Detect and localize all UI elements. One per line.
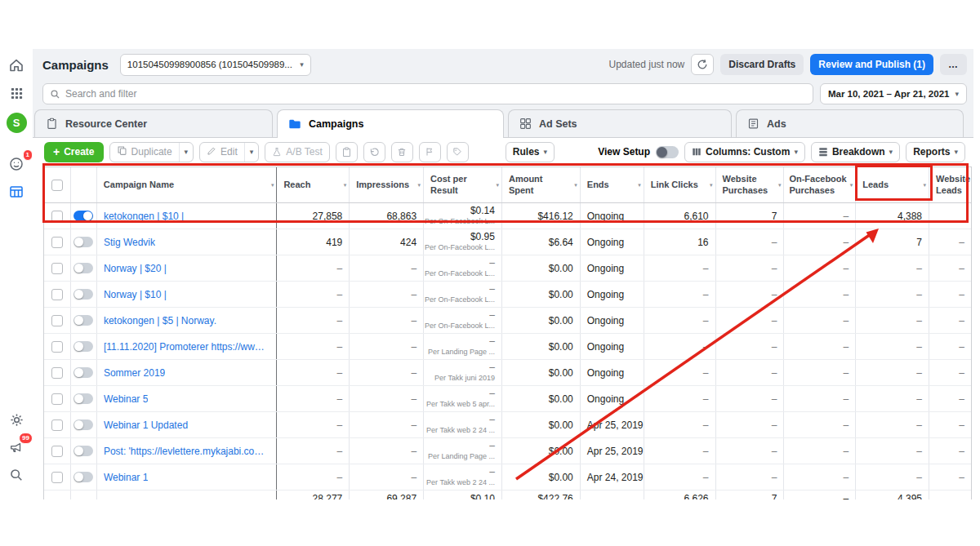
campaign-name-link[interactable]: Stig Wedvik bbox=[104, 237, 155, 248]
column-header-link-clicks[interactable]: Link Clicks▾ bbox=[644, 167, 716, 202]
campaign-toggle[interactable] bbox=[74, 419, 93, 430]
campaign-toggle[interactable] bbox=[74, 211, 93, 221]
columns-button[interactable]: Columns: Custom ▾ bbox=[684, 142, 805, 162]
search-input[interactable] bbox=[65, 88, 806, 100]
campaign-name-link[interactable]: Webinar 5 bbox=[104, 393, 148, 405]
table-row[interactable]: Sommer 2019 – – – Per Takk juni 2019 $0.… bbox=[44, 360, 971, 386]
table-row[interactable]: ketokongen | $10 | 27,858 68,863 $0.14 P… bbox=[44, 203, 971, 229]
account-avatar[interactable]: S bbox=[7, 113, 27, 133]
row-checkbox[interactable] bbox=[51, 263, 63, 274]
account-selector[interactable]: 10150450998900856 (101504509989... ▾ bbox=[120, 54, 311, 76]
campaign-toggle[interactable] bbox=[74, 263, 93, 273]
search-zoom-icon[interactable] bbox=[5, 464, 28, 486]
table-row[interactable]: Stig Wedvik 419 424 $0.95 Per On-Faceboo… bbox=[44, 229, 971, 255]
row-checkbox[interactable] bbox=[51, 211, 63, 222]
reports-button[interactable]: Reports ▾ bbox=[906, 142, 965, 162]
tag-button[interactable] bbox=[447, 142, 469, 162]
refresh-button[interactable] bbox=[691, 54, 714, 75]
campaign-name-link[interactable]: Webinar 1 bbox=[104, 472, 148, 483]
column-header-ends[interactable]: Ends▾ bbox=[581, 167, 644, 202]
tab-ads[interactable]: Ads bbox=[736, 109, 964, 137]
duplicate-button[interactable]: Duplicate ▾ bbox=[109, 142, 194, 162]
undo-button[interactable] bbox=[363, 142, 385, 162]
campaign-name-link[interactable]: ketokongen | $10 | bbox=[104, 211, 184, 222]
campaign-name-link[interactable]: Norway | $10 | bbox=[104, 289, 167, 300]
link-clicks-cell: – bbox=[644, 386, 716, 411]
table-row[interactable]: ketokongen | $5 | Norway. – – – Per On-F… bbox=[44, 308, 971, 334]
paste-clipboard-button[interactable] bbox=[336, 142, 358, 162]
campaign-name-link[interactable]: Sommer 2019 bbox=[104, 367, 165, 379]
breakdown-button[interactable]: Breakdown ▾ bbox=[811, 142, 900, 162]
create-button[interactable]: + Create bbox=[44, 142, 104, 162]
column-header-reach[interactable]: Reach▾ bbox=[277, 167, 350, 202]
tab-resource-center[interactable]: Resource Center bbox=[34, 109, 273, 137]
table-row[interactable]: Post: 'https://levlettere.mykajabi.com/r… bbox=[44, 438, 971, 464]
row-checkbox[interactable] bbox=[51, 472, 63, 483]
amount-spent-cell: $0.00 bbox=[502, 334, 581, 359]
more-options-button[interactable]: … bbox=[940, 54, 967, 75]
row-checkbox[interactable] bbox=[51, 315, 63, 326]
website-leads-cell bbox=[929, 203, 971, 229]
table-row[interactable]: Webinar 1 – – – Per Takk web 2 24 ... $0… bbox=[44, 464, 971, 491]
campaign-toggle[interactable] bbox=[74, 237, 93, 247]
website-leads-cell: – bbox=[929, 229, 971, 255]
delete-button[interactable] bbox=[391, 142, 413, 162]
select-all-checkbox[interactable] bbox=[51, 180, 63, 191]
review-and-publish-button[interactable]: Review and Publish (1) bbox=[810, 54, 933, 75]
campaign-toggle[interactable] bbox=[74, 289, 93, 300]
row-checkbox[interactable] bbox=[51, 289, 63, 300]
ab-test-button[interactable]: A/B Test bbox=[265, 142, 329, 162]
column-header-on-facebook-purchases[interactable]: On-Facebook Purchases▾ bbox=[784, 167, 856, 202]
reach-cell: – bbox=[277, 308, 350, 333]
column-header-amount-spent[interactable]: Amount Spent▾ bbox=[502, 167, 581, 202]
website-purchases-cell: – bbox=[716, 334, 785, 359]
plus-icon: + bbox=[53, 146, 60, 158]
edit-button[interactable]: Edit ▾ bbox=[199, 142, 259, 162]
campaign-toggle[interactable] bbox=[74, 341, 93, 352]
campaign-name-link[interactable]: Post: 'https://levlettere.mykajabi.com/r… bbox=[104, 446, 270, 457]
column-header-cost-per-result[interactable]: Cost per Result▾ bbox=[424, 167, 502, 202]
campaign-toggle[interactable] bbox=[74, 367, 93, 378]
campaign-name-link[interactable]: [11.11.2020] Promoterer https://www.keto… bbox=[104, 341, 270, 353]
rules-button[interactable]: Rules ▾ bbox=[506, 142, 555, 162]
row-checkbox[interactable] bbox=[51, 446, 63, 457]
account-health-icon[interactable]: 1 bbox=[5, 153, 28, 175]
table-row[interactable]: Norway | $10 | – – – Per On-Facebook L..… bbox=[44, 282, 971, 308]
home-icon[interactable] bbox=[5, 54, 28, 77]
column-header-leads[interactable]: Leads▾ bbox=[856, 167, 929, 202]
table-row[interactable]: Webinar 1 Updated – – – Per Takk web 2 2… bbox=[44, 412, 971, 438]
date-range-picker[interactable]: Mar 10, 2021 – Apr 21, 2021 ▾ bbox=[820, 83, 967, 104]
view-setup-toggle[interactable] bbox=[656, 146, 679, 158]
amount-spent-cell: $0.00 bbox=[502, 464, 581, 490]
table-row[interactable]: Webinar 5 – – – Per Takk web 5 apr... $0… bbox=[44, 386, 971, 412]
tab-campaigns[interactable]: Campaigns bbox=[277, 109, 504, 138]
campaign-toggle[interactable] bbox=[74, 315, 93, 326]
campaign-name-link[interactable]: Norway | $20 | bbox=[104, 263, 167, 274]
website-purchases-cell: 7 bbox=[716, 203, 785, 229]
row-checkbox[interactable] bbox=[51, 341, 63, 353]
table-row[interactable]: Norway | $20 | – – – Per On-Facebook L..… bbox=[44, 255, 971, 282]
flag-button[interactable] bbox=[419, 142, 441, 162]
campaign-toggle[interactable] bbox=[74, 393, 93, 404]
apps-grid-icon[interactable] bbox=[5, 82, 28, 104]
campaign-name-link[interactable]: ketokongen | $5 | Norway. bbox=[104, 315, 216, 326]
settings-gear-icon[interactable] bbox=[5, 408, 28, 431]
column-header-campaign-name[interactable]: Campaign Name▾ bbox=[97, 167, 278, 202]
ads-reporting-icon[interactable] bbox=[5, 180, 28, 203]
campaign-toggle[interactable] bbox=[74, 472, 93, 482]
campaign-toggle[interactable] bbox=[74, 446, 93, 456]
announcements-megaphone-icon[interactable]: 99 bbox=[5, 436, 28, 459]
campaign-name-link[interactable]: Webinar 1 Updated bbox=[104, 419, 188, 431]
discard-drafts-button[interactable]: Discard Drafts bbox=[720, 54, 804, 75]
row-checkbox[interactable] bbox=[51, 237, 63, 248]
column-header-impressions[interactable]: Impressions▾ bbox=[350, 167, 424, 202]
on-facebook-purchases-cell: – bbox=[784, 203, 856, 229]
column-header-website-leads[interactable]: Website Leads bbox=[929, 167, 971, 202]
search-and-filter-box[interactable] bbox=[42, 83, 813, 104]
table-row[interactable]: [11.11.2020] Promoterer https://www.keto… bbox=[44, 334, 971, 360]
row-checkbox[interactable] bbox=[51, 419, 63, 431]
row-checkbox[interactable] bbox=[51, 367, 63, 379]
column-header-website-purchases[interactable]: Website Purchases▾ bbox=[716, 167, 785, 202]
row-checkbox[interactable] bbox=[51, 393, 63, 405]
tab-ad-sets[interactable]: Ad Sets bbox=[508, 109, 732, 137]
